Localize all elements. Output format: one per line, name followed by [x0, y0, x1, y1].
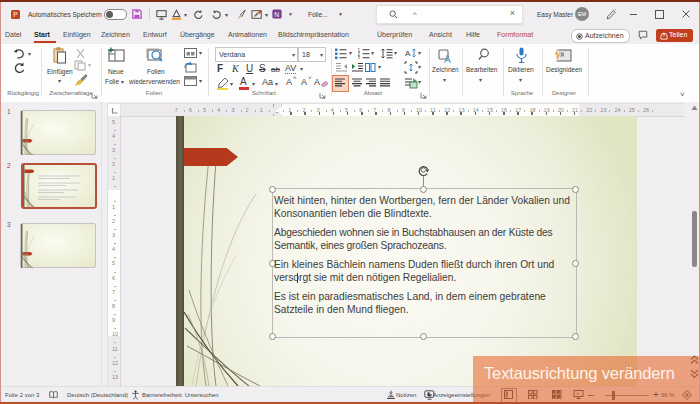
svg-text:N: N [274, 11, 279, 18]
svg-text:3: 3 [358, 56, 361, 60]
svg-text:A: A [405, 49, 411, 58]
svg-text:A: A [444, 54, 451, 64]
svg-text:P: P [13, 11, 17, 18]
